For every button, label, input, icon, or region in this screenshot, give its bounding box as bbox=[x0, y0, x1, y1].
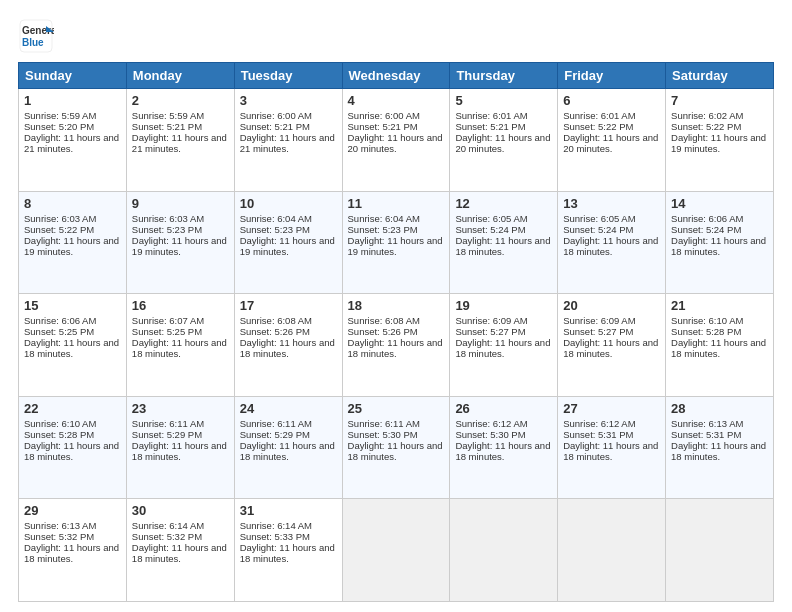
day-number: 17 bbox=[240, 298, 337, 313]
sunrise-text: Sunrise: 6:11 AM bbox=[348, 418, 420, 429]
sunset-text: Sunset: 5:21 PM bbox=[132, 121, 202, 132]
day-number: 6 bbox=[563, 93, 660, 108]
header: General Blue bbox=[18, 18, 774, 54]
page: General Blue SundayMondayTuesdayWednesda… bbox=[0, 0, 792, 612]
sunrise-text: Sunrise: 6:05 AM bbox=[563, 213, 635, 224]
day-number: 2 bbox=[132, 93, 229, 108]
sunset-text: Sunset: 5:27 PM bbox=[563, 326, 633, 337]
day-number: 18 bbox=[348, 298, 445, 313]
calendar-day-cell: 24Sunrise: 6:11 AMSunset: 5:29 PMDayligh… bbox=[234, 396, 342, 499]
daylight-text: Daylight: 11 hours and 18 minutes. bbox=[240, 542, 335, 564]
svg-text:Blue: Blue bbox=[22, 37, 44, 48]
sunset-text: Sunset: 5:30 PM bbox=[455, 429, 525, 440]
calendar-day-cell: 4Sunrise: 6:00 AMSunset: 5:21 PMDaylight… bbox=[342, 89, 450, 192]
daylight-text: Daylight: 11 hours and 18 minutes. bbox=[671, 337, 766, 359]
sunset-text: Sunset: 5:21 PM bbox=[348, 121, 418, 132]
sunrise-text: Sunrise: 6:09 AM bbox=[563, 315, 635, 326]
calendar-day-cell: 29Sunrise: 6:13 AMSunset: 5:32 PMDayligh… bbox=[19, 499, 127, 602]
daylight-text: Daylight: 11 hours and 18 minutes. bbox=[455, 337, 550, 359]
sunset-text: Sunset: 5:27 PM bbox=[455, 326, 525, 337]
day-number: 3 bbox=[240, 93, 337, 108]
daylight-text: Daylight: 11 hours and 18 minutes. bbox=[455, 440, 550, 462]
calendar-day-cell: 10Sunrise: 6:04 AMSunset: 5:23 PMDayligh… bbox=[234, 191, 342, 294]
daylight-text: Daylight: 11 hours and 18 minutes. bbox=[240, 337, 335, 359]
daylight-text: Daylight: 11 hours and 19 minutes. bbox=[348, 235, 443, 257]
calendar-day-cell: 17Sunrise: 6:08 AMSunset: 5:26 PMDayligh… bbox=[234, 294, 342, 397]
sunset-text: Sunset: 5:24 PM bbox=[563, 224, 633, 235]
calendar-day-cell: 27Sunrise: 6:12 AMSunset: 5:31 PMDayligh… bbox=[558, 396, 666, 499]
calendar-day-cell: 5Sunrise: 6:01 AMSunset: 5:21 PMDaylight… bbox=[450, 89, 558, 192]
sunrise-text: Sunrise: 6:06 AM bbox=[24, 315, 96, 326]
weekday-header: Thursday bbox=[450, 63, 558, 89]
sunset-text: Sunset: 5:28 PM bbox=[24, 429, 94, 440]
calendar-day-cell: 20Sunrise: 6:09 AMSunset: 5:27 PMDayligh… bbox=[558, 294, 666, 397]
day-number: 24 bbox=[240, 401, 337, 416]
calendar-day-cell: 21Sunrise: 6:10 AMSunset: 5:28 PMDayligh… bbox=[666, 294, 774, 397]
sunrise-text: Sunrise: 6:03 AM bbox=[132, 213, 204, 224]
calendar-day-cell: 26Sunrise: 6:12 AMSunset: 5:30 PMDayligh… bbox=[450, 396, 558, 499]
sunset-text: Sunset: 5:31 PM bbox=[671, 429, 741, 440]
calendar-week-row: 8Sunrise: 6:03 AMSunset: 5:22 PMDaylight… bbox=[19, 191, 774, 294]
sunset-text: Sunset: 5:26 PM bbox=[240, 326, 310, 337]
sunrise-text: Sunrise: 6:02 AM bbox=[671, 110, 743, 121]
calendar-day-cell bbox=[666, 499, 774, 602]
weekday-header: Monday bbox=[126, 63, 234, 89]
day-number: 11 bbox=[348, 196, 445, 211]
calendar-table: SundayMondayTuesdayWednesdayThursdayFrid… bbox=[18, 62, 774, 602]
calendar-day-cell: 9Sunrise: 6:03 AMSunset: 5:23 PMDaylight… bbox=[126, 191, 234, 294]
sunrise-text: Sunrise: 6:11 AM bbox=[240, 418, 312, 429]
daylight-text: Daylight: 11 hours and 20 minutes. bbox=[563, 132, 658, 154]
calendar-week-row: 22Sunrise: 6:10 AMSunset: 5:28 PMDayligh… bbox=[19, 396, 774, 499]
calendar-day-cell bbox=[450, 499, 558, 602]
day-number: 4 bbox=[348, 93, 445, 108]
weekday-header: Friday bbox=[558, 63, 666, 89]
weekday-header: Wednesday bbox=[342, 63, 450, 89]
daylight-text: Daylight: 11 hours and 18 minutes. bbox=[563, 337, 658, 359]
sunset-text: Sunset: 5:24 PM bbox=[455, 224, 525, 235]
sunrise-text: Sunrise: 6:00 AM bbox=[240, 110, 312, 121]
sunset-text: Sunset: 5:21 PM bbox=[240, 121, 310, 132]
sunset-text: Sunset: 5:32 PM bbox=[132, 531, 202, 542]
calendar-week-row: 1Sunrise: 5:59 AMSunset: 5:20 PMDaylight… bbox=[19, 89, 774, 192]
calendar-day-cell: 22Sunrise: 6:10 AMSunset: 5:28 PMDayligh… bbox=[19, 396, 127, 499]
day-number: 27 bbox=[563, 401, 660, 416]
calendar-day-cell: 6Sunrise: 6:01 AMSunset: 5:22 PMDaylight… bbox=[558, 89, 666, 192]
daylight-text: Daylight: 11 hours and 18 minutes. bbox=[348, 440, 443, 462]
sunrise-text: Sunrise: 6:09 AM bbox=[455, 315, 527, 326]
daylight-text: Daylight: 11 hours and 19 minutes. bbox=[132, 235, 227, 257]
day-number: 31 bbox=[240, 503, 337, 518]
calendar-week-row: 29Sunrise: 6:13 AMSunset: 5:32 PMDayligh… bbox=[19, 499, 774, 602]
sunrise-text: Sunrise: 6:08 AM bbox=[348, 315, 420, 326]
day-number: 20 bbox=[563, 298, 660, 313]
calendar-day-cell: 28Sunrise: 6:13 AMSunset: 5:31 PMDayligh… bbox=[666, 396, 774, 499]
daylight-text: Daylight: 11 hours and 18 minutes. bbox=[671, 440, 766, 462]
day-number: 1 bbox=[24, 93, 121, 108]
daylight-text: Daylight: 11 hours and 18 minutes. bbox=[563, 235, 658, 257]
sunset-text: Sunset: 5:32 PM bbox=[24, 531, 94, 542]
sunset-text: Sunset: 5:23 PM bbox=[348, 224, 418, 235]
calendar-day-cell bbox=[558, 499, 666, 602]
day-number: 10 bbox=[240, 196, 337, 211]
calendar-day-cell: 18Sunrise: 6:08 AMSunset: 5:26 PMDayligh… bbox=[342, 294, 450, 397]
sunset-text: Sunset: 5:23 PM bbox=[132, 224, 202, 235]
sunrise-text: Sunrise: 6:04 AM bbox=[348, 213, 420, 224]
sunrise-text: Sunrise: 6:04 AM bbox=[240, 213, 312, 224]
sunset-text: Sunset: 5:26 PM bbox=[348, 326, 418, 337]
daylight-text: Daylight: 11 hours and 18 minutes. bbox=[348, 337, 443, 359]
daylight-text: Daylight: 11 hours and 21 minutes. bbox=[132, 132, 227, 154]
sunrise-text: Sunrise: 6:03 AM bbox=[24, 213, 96, 224]
sunset-text: Sunset: 5:31 PM bbox=[563, 429, 633, 440]
day-number: 22 bbox=[24, 401, 121, 416]
sunrise-text: Sunrise: 6:14 AM bbox=[240, 520, 312, 531]
daylight-text: Daylight: 11 hours and 20 minutes. bbox=[348, 132, 443, 154]
sunrise-text: Sunrise: 5:59 AM bbox=[24, 110, 96, 121]
daylight-text: Daylight: 11 hours and 18 minutes. bbox=[24, 337, 119, 359]
sunrise-text: Sunrise: 6:10 AM bbox=[671, 315, 743, 326]
sunset-text: Sunset: 5:29 PM bbox=[240, 429, 310, 440]
sunrise-text: Sunrise: 6:12 AM bbox=[563, 418, 635, 429]
daylight-text: Daylight: 11 hours and 18 minutes. bbox=[563, 440, 658, 462]
daylight-text: Daylight: 11 hours and 18 minutes. bbox=[132, 542, 227, 564]
day-number: 21 bbox=[671, 298, 768, 313]
logo-icon: General Blue bbox=[18, 18, 54, 54]
sunrise-text: Sunrise: 6:10 AM bbox=[24, 418, 96, 429]
